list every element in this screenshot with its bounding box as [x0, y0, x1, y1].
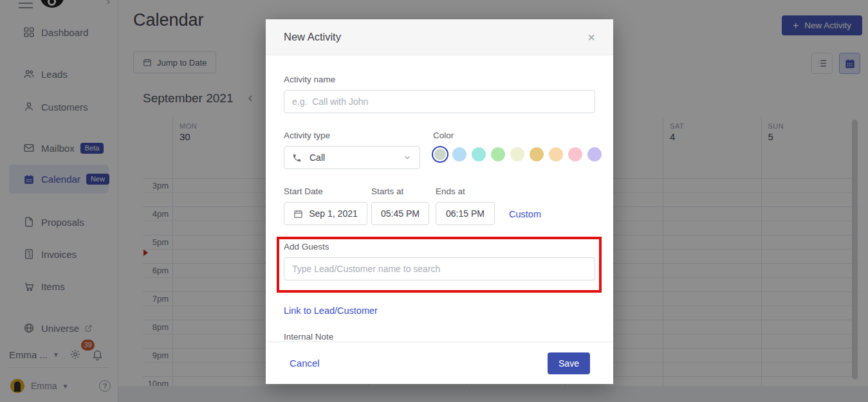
color-swatch-selected[interactable]: [433, 147, 447, 161]
color-swatch[interactable]: [530, 147, 544, 161]
modal-footer: Cancel Save: [266, 342, 613, 384]
activity-name-label: Activity name: [284, 75, 595, 84]
color-swatch[interactable]: [491, 147, 505, 161]
starts-at-value: 05:45 PM: [381, 208, 420, 219]
ends-at-value: 06:15 PM: [446, 208, 485, 219]
starts-at-picker[interactable]: 05:45 PM: [371, 202, 429, 225]
modal-header: New Activity ×: [266, 19, 613, 55]
add-guests-label: Add Guests: [284, 242, 595, 251]
color-swatch[interactable]: [452, 147, 466, 161]
color-swatch[interactable]: [472, 147, 486, 161]
ends-at-picker[interactable]: 06:15 PM: [436, 202, 495, 225]
color-swatches: [433, 147, 607, 161]
close-icon[interactable]: ×: [587, 31, 595, 44]
activity-type-label: Activity type: [284, 131, 420, 140]
app-window: › Dashboard Leads Customers Mailbox Beta…: [0, 0, 868, 402]
calendar-small-icon: [293, 209, 303, 219]
activity-type-field-group: Activity type Call: [284, 131, 420, 169]
color-label: Color: [433, 131, 607, 140]
link-to-lead-customer-link[interactable]: Link to Lead/Customer: [284, 306, 378, 316]
phone-icon: [292, 153, 302, 163]
add-guests-input[interactable]: [284, 257, 595, 280]
starts-at-label: Starts at: [371, 187, 429, 196]
activity-type-value: Call: [309, 152, 325, 163]
modal-title: New Activity: [284, 31, 341, 43]
cancel-button[interactable]: Cancel: [290, 358, 320, 369]
color-swatch[interactable]: [510, 147, 524, 161]
color-swatch[interactable]: [568, 147, 582, 161]
modal-body: Activity name Activity type Call Color: [266, 55, 613, 342]
add-guests-field-group: Add Guests: [284, 242, 595, 280]
activity-name-field-group: Activity name: [284, 75, 595, 113]
save-button[interactable]: Save: [548, 352, 590, 374]
ends-at-label: Ends at: [436, 187, 495, 196]
ends-at-field-group: Ends at 06:15 PM: [429, 187, 495, 225]
activity-type-select[interactable]: Call: [284, 146, 420, 169]
color-swatch[interactable]: [549, 147, 563, 161]
internal-note-label: Internal Note: [284, 332, 595, 342]
new-activity-modal: New Activity × Activity name Activity ty…: [266, 19, 613, 384]
activity-name-input[interactable]: [284, 90, 595, 113]
start-date-picker[interactable]: Sep 1, 2021: [284, 202, 367, 225]
start-date-field-group: Start Date Sep 1, 2021: [284, 187, 367, 225]
chevron-down-icon: [403, 153, 412, 162]
start-date-label: Start Date: [284, 187, 367, 196]
starts-at-field-group: Starts at 05:45 PM: [367, 187, 429, 225]
color-swatch[interactable]: [587, 147, 602, 161]
start-date-value: Sep 1, 2021: [309, 208, 358, 219]
custom-recurrence-link[interactable]: Custom: [509, 209, 541, 219]
color-field-group: Color: [433, 131, 607, 169]
